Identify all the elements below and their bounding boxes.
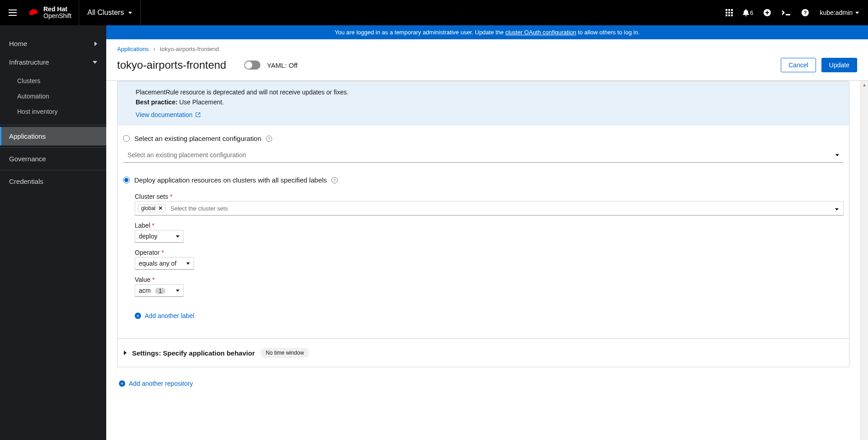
view-documentation-link[interactable]: View documentation bbox=[136, 111, 201, 118]
svg-rect-7 bbox=[728, 14, 730, 16]
plus-circle-icon bbox=[764, 9, 771, 16]
sidebar-subnav-infrastructure: Clusters Automation Host inventory bbox=[0, 71, 106, 123]
banner-link[interactable]: cluster OAuth configuration bbox=[505, 29, 576, 36]
caret-down-icon bbox=[835, 208, 839, 211]
time-window-pill: No time window bbox=[260, 348, 310, 358]
sidebar-item-credentials[interactable]: Credentials bbox=[0, 172, 106, 191]
help-icon[interactable]: ? bbox=[266, 136, 272, 142]
chevron-down-icon bbox=[93, 61, 97, 64]
bell-icon bbox=[743, 9, 749, 16]
caret-down-icon bbox=[176, 235, 179, 238]
chevron-right-icon bbox=[124, 351, 127, 355]
svg-text:?: ? bbox=[803, 10, 807, 15]
svg-rect-2 bbox=[731, 9, 733, 11]
apps-launcher[interactable] bbox=[720, 0, 739, 25]
svg-rect-8 bbox=[731, 14, 733, 16]
existing-placement-label: Select an existing placement configurati… bbox=[134, 135, 261, 142]
menu-toggle[interactable] bbox=[0, 0, 25, 25]
add-another-label-button[interactable]: + Add another label bbox=[135, 312, 194, 319]
breadcrumb-separator-icon bbox=[153, 46, 155, 52]
update-button[interactable]: Update bbox=[821, 58, 857, 72]
value-field-label: Value* bbox=[135, 276, 844, 283]
redhat-logo-icon bbox=[27, 8, 40, 17]
chip-remove-icon[interactable]: ✕ bbox=[158, 205, 163, 211]
caret-down-icon bbox=[186, 262, 190, 265]
main: You are logged in as a temporary adminis… bbox=[106, 25, 868, 440]
page-title: tokyo-airports-frontend bbox=[117, 59, 226, 71]
terminal-button[interactable] bbox=[777, 0, 796, 25]
existing-placement-radio-row: Select an existing placement configurati… bbox=[123, 129, 844, 145]
sidebar-item-label: Applications bbox=[9, 132, 46, 140]
import-button[interactable] bbox=[758, 0, 777, 25]
notifications-count: 6 bbox=[750, 9, 753, 16]
svg-rect-3 bbox=[726, 12, 727, 14]
chevron-right-icon bbox=[94, 42, 97, 46]
brand-text: Red Hat OpenShift bbox=[43, 6, 71, 19]
operator-select[interactable]: equals any of bbox=[135, 257, 194, 270]
deploy-labels-label: Deploy application resources on clusters… bbox=[134, 176, 327, 184]
caret-down-icon bbox=[176, 290, 179, 292]
sidebar-item-infrastructure[interactable]: Infrastructure bbox=[0, 53, 106, 71]
svg-rect-0 bbox=[726, 9, 727, 11]
value-select[interactable]: acm 1 bbox=[135, 284, 184, 297]
banner-suffix: to allow others to log in. bbox=[576, 29, 640, 36]
sidebar-item-label: Governance bbox=[9, 155, 46, 163]
deploy-labels-radio[interactable] bbox=[123, 177, 130, 183]
breadcrumb: Applications tokyo-airports-frontend bbox=[117, 46, 857, 52]
terminal-icon bbox=[782, 10, 790, 15]
help-button[interactable]: ? bbox=[796, 0, 815, 25]
placement-card: PlacementRule resource is deprecated and… bbox=[117, 81, 849, 367]
help-icon[interactable]: ? bbox=[331, 177, 338, 183]
sidebar-item-home[interactable]: Home bbox=[0, 34, 106, 53]
cluster-sets-input[interactable]: global ✕ Select the cluster sets bbox=[135, 201, 844, 215]
external-link-icon bbox=[195, 112, 201, 117]
topbar: Red Hat OpenShift All Clusters 6 ? kube:… bbox=[0, 0, 868, 25]
caret-down-icon bbox=[855, 12, 859, 14]
sidebar-item-governance[interactable]: Governance bbox=[0, 150, 106, 168]
sidebar-item-label: Credentials bbox=[9, 178, 43, 185]
cluster-sets-label: Cluster sets* bbox=[135, 193, 844, 200]
sidebar-item-clusters[interactable]: Clusters bbox=[0, 73, 106, 89]
user-menu[interactable]: kube:admin bbox=[815, 9, 868, 16]
callout-best-practice-text: Use Placement. bbox=[178, 98, 224, 106]
yaml-toggle[interactable] bbox=[244, 61, 260, 70]
cluster-picker[interactable]: All Clusters bbox=[79, 0, 141, 25]
operator-field-label: Operator* bbox=[135, 249, 844, 256]
cluster-picker-label: All Clusters bbox=[87, 9, 124, 17]
svg-rect-1 bbox=[728, 9, 730, 11]
scrollbar[interactable]: ▲ bbox=[860, 81, 868, 440]
svg-rect-4 bbox=[728, 12, 730, 14]
caret-down-icon bbox=[835, 154, 839, 156]
user-name: kube:admin bbox=[820, 9, 853, 16]
sidebar-item-host-inventory[interactable]: Host inventory bbox=[0, 104, 106, 119]
svg-rect-5 bbox=[731, 12, 733, 14]
sidebar-item-applications[interactable]: Applications bbox=[0, 127, 106, 145]
sidebar-item-label: Home bbox=[9, 40, 27, 47]
deploy-labels-radio-row: Deploy application resources on clusters… bbox=[123, 171, 844, 187]
settings-title: Settings: Specify application behavior bbox=[132, 349, 255, 357]
callout-best-practice-label: Best practice: bbox=[136, 98, 178, 106]
page-header: Applications tokyo-airports-frontend tok… bbox=[106, 39, 868, 81]
content-scroll[interactable]: PlacementRule resource is deprecated and… bbox=[106, 81, 860, 440]
value-count-badge: 1 bbox=[155, 288, 165, 294]
svg-rect-6 bbox=[726, 14, 727, 16]
breadcrumb-root[interactable]: Applications bbox=[117, 46, 149, 52]
settings-expander[interactable]: Settings: Specify application behavior N… bbox=[118, 338, 849, 367]
sidebar: Home Infrastructure Clusters Automation … bbox=[0, 25, 106, 440]
existing-placement-select[interactable]: Select an existing placement configurati… bbox=[123, 148, 844, 163]
breadcrumb-current: tokyo-airports-frontend bbox=[160, 46, 219, 52]
sidebar-item-automation[interactable]: Automation bbox=[0, 89, 106, 104]
callout-line1: PlacementRule resource is deprecated and… bbox=[136, 89, 840, 96]
cancel-button[interactable]: Cancel bbox=[781, 58, 816, 72]
notifications-button[interactable]: 6 bbox=[739, 0, 758, 25]
cluster-set-chip: global ✕ bbox=[138, 204, 166, 212]
sidebar-item-label: Infrastructure bbox=[9, 58, 49, 66]
existing-placement-radio[interactable] bbox=[123, 135, 130, 142]
label-select[interactable]: deploy bbox=[135, 230, 184, 243]
brand[interactable]: Red Hat OpenShift bbox=[25, 0, 79, 25]
plus-circle-icon: + bbox=[119, 380, 125, 387]
yaml-toggle-label: YAML: Off bbox=[267, 61, 297, 69]
add-another-repository-button[interactable]: + Add another repository bbox=[119, 380, 193, 387]
scroll-up-icon[interactable]: ▲ bbox=[861, 81, 868, 89]
label-field-label: Label* bbox=[135, 222, 844, 229]
